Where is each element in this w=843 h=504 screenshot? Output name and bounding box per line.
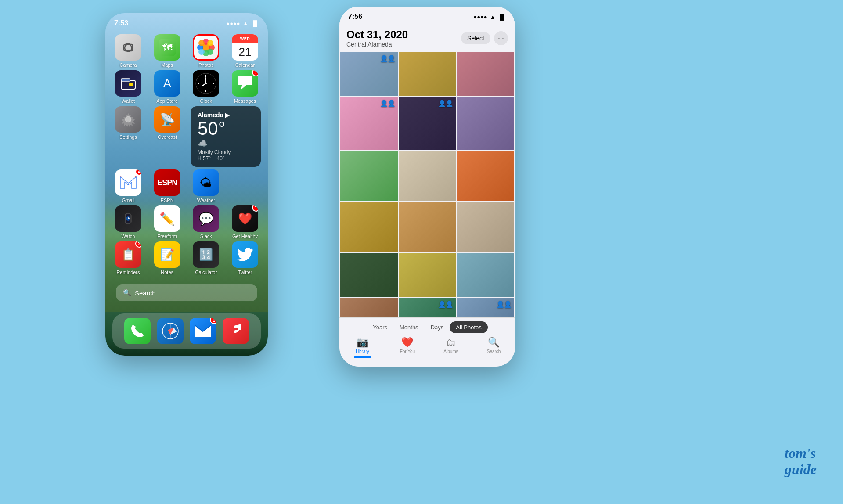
app-camera[interactable]: Camera	[112, 34, 144, 68]
camera-icon-img[interactable]	[115, 34, 141, 61]
right-status-time: 7:56	[348, 13, 362, 21]
app-photos[interactable]: Photos	[190, 34, 222, 68]
photo-13[interactable]	[340, 253, 398, 297]
app-espn[interactable]: ESPN ESPN	[151, 169, 183, 203]
photos-date-location: Oct 31, 2020 Central Alameda	[346, 29, 408, 48]
dock-safari[interactable]	[155, 318, 186, 344]
calculator-icon-img[interactable]: 🔢	[193, 241, 219, 268]
app-settings[interactable]: Settings	[112, 106, 144, 140]
app-overcast[interactable]: 📡 Overcast	[151, 106, 183, 140]
wallet-label: Wallet	[122, 98, 135, 104]
app-twitter[interactable]: Twitter	[229, 241, 261, 275]
photo-17[interactable]: 👤👤	[399, 298, 456, 320]
select-button[interactable]: Select	[461, 32, 490, 44]
photo-3[interactable]	[457, 52, 514, 96]
photo-4[interactable]: 👤👤	[340, 97, 398, 150]
app-slack[interactable]: 💬 Slack	[190, 205, 222, 239]
safari-icon-img[interactable]	[157, 318, 184, 344]
settings-icon-img[interactable]	[115, 106, 141, 133]
status-bar: 7:53 ●●●● ▲ ▐▌	[105, 13, 268, 31]
battery-icon: ▐▌	[251, 20, 259, 27]
wifi-icon: ▲	[243, 20, 249, 27]
search-icon: 🔍	[123, 289, 131, 297]
messages-label: Messages	[234, 98, 256, 104]
app-gethealthy[interactable]: ❤️ 1 Get Healthy	[229, 205, 261, 239]
app-freeform[interactable]: ✏️ Freeform	[151, 205, 183, 239]
app-weather[interactable]: 🌤 Weather	[190, 169, 222, 203]
maps-icon-img[interactable]: 🗺	[154, 34, 180, 61]
weather-temp: 50°	[198, 119, 254, 139]
segment-years[interactable]: Years	[367, 321, 393, 333]
weather-icon-img[interactable]: 🌤	[193, 169, 219, 196]
app-messages[interactable]: 7 Messages	[229, 70, 261, 104]
photo-8[interactable]	[399, 151, 456, 201]
photo-16[interactable]	[340, 298, 398, 320]
wallet-icon-img[interactable]	[115, 70, 141, 97]
dock-mail[interactable]: 1	[187, 318, 219, 344]
photo-1[interactable]: 👤👤	[340, 52, 398, 96]
espn-icon-img[interactable]: ESPN	[154, 169, 180, 196]
svg-point-11	[207, 40, 213, 46]
status-time: 7:53	[114, 19, 128, 27]
segment-days[interactable]: Days	[425, 321, 450, 333]
tab-library[interactable]: 📷 Library	[354, 337, 371, 358]
notes-icon-img[interactable]: 📝	[154, 241, 180, 268]
svg-rect-15	[121, 79, 130, 81]
app-maps[interactable]: 🗺 Maps	[151, 34, 183, 68]
svg-point-12	[198, 49, 205, 55]
app-reminders[interactable]: 📋 2 Reminders	[112, 241, 144, 275]
reminders-icon-img[interactable]: 📋 2	[115, 241, 141, 268]
photo-14[interactable]	[399, 253, 456, 297]
weather-widget[interactable]: Alameda ▶ 50° ☁️ Mostly Cloudy H:57° L:4…	[191, 106, 261, 167]
phone-icon-img[interactable]	[124, 318, 151, 344]
overcast-icon-img[interactable]: 📡	[154, 106, 180, 133]
photo-7[interactable]	[340, 151, 398, 201]
photos-icon-img[interactable]	[193, 34, 219, 61]
app-calculator[interactable]: 🔢 Calculator	[190, 241, 222, 275]
library-icon: 📷	[357, 337, 368, 348]
messages-icon-img[interactable]: 7	[232, 70, 258, 97]
dock-phone[interactable]	[122, 318, 153, 344]
gmail-icon-img[interactable]: 4	[115, 169, 141, 196]
app-clock[interactable]: Clock	[190, 70, 222, 104]
svg-text:A: A	[163, 76, 171, 90]
app-wallet[interactable]: Wallet	[112, 70, 144, 104]
photo-row-1: 👤👤	[340, 52, 514, 96]
photo-10[interactable]	[340, 202, 398, 252]
photo-15[interactable]	[457, 253, 514, 297]
twitter-icon-img[interactable]	[232, 241, 258, 268]
dock-music[interactable]	[220, 318, 252, 344]
photo-5[interactable]: 👤👤	[399, 97, 456, 150]
tab-search[interactable]: 🔍 Search	[487, 337, 501, 358]
tab-albums[interactable]: 🗂 Albums	[443, 337, 458, 358]
search-bar[interactable]: 🔍 Search	[116, 284, 257, 301]
segment-allphotos[interactable]: All Photos	[450, 321, 488, 333]
photo-6[interactable]	[457, 97, 514, 150]
photo-9[interactable]	[457, 151, 514, 201]
segment-months[interactable]: Months	[393, 321, 425, 333]
slack-icon-img[interactable]: 💬	[193, 205, 219, 232]
gethealthy-icon-img[interactable]: ❤️ 1	[232, 205, 258, 232]
calendar-icon-img[interactable]: WED 21	[232, 34, 258, 61]
more-options-button[interactable]: ···	[494, 31, 508, 45]
photo-12[interactable]	[457, 202, 514, 252]
mail-icon-img[interactable]: 1	[190, 318, 216, 344]
appstore-icon-img[interactable]: A	[154, 70, 180, 97]
watch-icon-img[interactable]	[115, 205, 141, 232]
signal-icon: ●●●●	[226, 20, 240, 27]
app-notes[interactable]: 📝 Notes	[151, 241, 183, 275]
photo-2[interactable]	[399, 52, 456, 96]
app-appstore[interactable]: A App Store	[151, 70, 183, 104]
freeform-icon-img[interactable]: ✏️	[154, 205, 180, 232]
app-watch[interactable]: Watch	[112, 205, 144, 239]
clock-icon-img[interactable]	[193, 70, 219, 97]
photo-11[interactable]	[399, 202, 456, 252]
app-gmail[interactable]: 4 Gmail	[112, 169, 144, 203]
toms-guide-watermark: tom'sguide	[785, 445, 817, 478]
photo-18[interactable]: 👤👤	[457, 298, 514, 320]
tab-foryou[interactable]: ❤️ For You	[400, 337, 415, 358]
app-calendar[interactable]: WED 21 Calendar	[229, 34, 261, 68]
music-icon-img[interactable]	[223, 318, 249, 344]
camera-label: Camera	[119, 62, 137, 68]
weather-city: Alameda ▶	[198, 112, 254, 119]
